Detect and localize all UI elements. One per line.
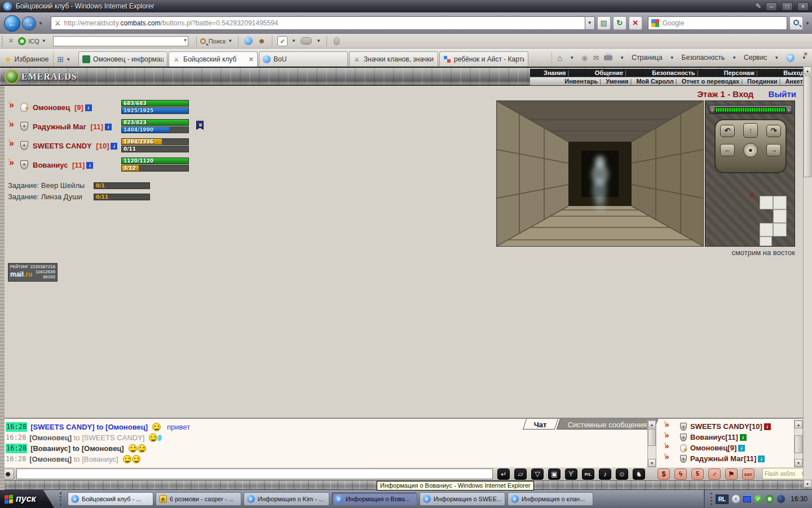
favorites-button[interactable]: ★ Избранное [0, 52, 53, 67]
browser-tab[interactable]: ребёнок и Айст - Карти... ✕ [439, 51, 528, 66]
sound[interactable]: ♪ [599, 468, 611, 480]
refresh-button[interactable]: ↻ [613, 16, 626, 30]
user-info-icon[interactable]: i [740, 434, 747, 441]
toolbar-grip[interactable] [2, 36, 4, 46]
taskbar-button[interactable]: e Информация о Kim - ... [244, 492, 329, 506]
chess-knight[interactable]: ♞ [633, 468, 645, 480]
game-nav-link[interactable]: Персонаж [724, 69, 758, 76]
chat-tab[interactable]: Чат [523, 419, 558, 430]
attack-icon[interactable] [664, 455, 672, 462]
clan-flag[interactable]: ⚑ [725, 468, 738, 480]
icq-label[interactable]: ICQ [28, 38, 39, 45]
tray-orb-icon[interactable] [777, 495, 785, 503]
home-icon[interactable]: ⌂ [557, 53, 562, 63]
user-name[interactable]: SWEETS CANDY [690, 422, 749, 431]
quick-tabs-button[interactable]: ⊞ ▼ [53, 52, 76, 67]
mouse-icon[interactable] [334, 37, 339, 45]
check-page-icon[interactable]: ✓ [277, 36, 288, 46]
exit-link[interactable]: Выйти [769, 89, 796, 99]
check-dropdown[interactable]: ▼ [289, 38, 298, 43]
deposit-5[interactable]: 5 [691, 468, 704, 480]
userlist-scroll-down[interactable]: ▼ [795, 459, 802, 467]
user-info-icon[interactable]: i [764, 423, 771, 430]
maximize-button[interactable]: □ [782, 2, 793, 11]
chat-scrollbar[interactable]: ▲ ▼ [647, 420, 656, 467]
player-info-icon[interactable]: i [86, 162, 93, 169]
icq-dropdown[interactable]: ▼ [39, 38, 48, 43]
turn-right-button[interactable]: ↷ [766, 125, 781, 137]
user-name[interactable]: Вованиус [690, 433, 725, 441]
browser-tab[interactable]: Омоновец - информация ... ✕ [78, 51, 167, 66]
taskbar-button[interactable]: e 6 розмови - casper - ... [156, 492, 241, 506]
print-icon[interactable] [604, 55, 612, 60]
close-button[interactable]: × [797, 2, 809, 11]
browser-tab[interactable]: Значки кланов, значки ... ✕ [349, 51, 438, 66]
page-scroll-down[interactable]: ▼ [804, 480, 811, 488]
icq-search-combo[interactable] [53, 36, 188, 46]
game-nav-link[interactable]: Выход [783, 69, 804, 76]
game-subnav-link[interactable]: Отчет о переводах [682, 78, 743, 85]
chat-tab[interactable]: Системные сообщения [557, 419, 658, 430]
start-button[interactable]: пуск [0, 490, 54, 508]
userlist-scroll-up[interactable]: ▲ [795, 421, 802, 428]
message-addressing[interactable]: [Омоновец] to [SWEETS CANDY] [29, 433, 144, 443]
safety-menu[interactable]: Безопасность [682, 54, 725, 62]
strafe-left-button[interactable]: ← [720, 144, 735, 156]
chat-scroll-thumb[interactable] [648, 429, 656, 446]
attack-icon[interactable] [8, 142, 17, 150]
smileys[interactable]: ☺ [616, 468, 628, 480]
address-bar[interactable]: ⚔ http://emeraldscity.combats.com/button… [51, 16, 585, 30]
message-addressing[interactable]: [Вованиус] to [Омоновец] [30, 444, 124, 453]
attack-icon[interactable] [8, 103, 17, 111]
user-info-icon[interactable]: i [738, 445, 745, 452]
exit-door[interactable]: EXIT [742, 468, 754, 480]
toolbar-close-icon[interactable]: ✕ [8, 37, 14, 45]
save-log[interactable]: ▣ [548, 468, 561, 480]
taskbar-button[interactable]: e Информация о Вова... [332, 492, 417, 506]
tab-close-icon[interactable]: ✕ [249, 56, 254, 63]
browser-tab[interactable]: BoU ✕ [259, 51, 348, 66]
page-menu[interactable]: Страница [632, 54, 662, 62]
game-subnav-link[interactable]: Умения [606, 78, 632, 85]
game-nav-link[interactable]: Безопасность [652, 69, 698, 76]
clear-chat[interactable]: ▱ [514, 468, 527, 480]
taskbar-button[interactable]: e Информация о клан... [508, 492, 593, 506]
user-name[interactable]: Омоновец [690, 444, 727, 452]
games-icon[interactable] [301, 37, 312, 45]
search-dropdown[interactable]: ▼ [803, 21, 812, 26]
forward-button[interactable]: → [22, 16, 36, 30]
private-level[interactable]: P/L [582, 468, 594, 480]
game-subnav-link[interactable]: Инвентарь [564, 78, 601, 85]
userlist-scrollbar[interactable]: ▲ ▼ [794, 420, 803, 467]
game-subnav-link[interactable]: Мой Скролл [636, 78, 677, 85]
stop-button[interactable]: ✕ [629, 16, 642, 30]
player-name[interactable]: Радужный Маг [11]i [33, 122, 112, 131]
search-box[interactable]: Google [648, 16, 788, 30]
back-button[interactable]: ← [4, 15, 20, 32]
attack-icon[interactable] [8, 161, 17, 169]
actions[interactable]: ϒ [565, 468, 577, 480]
attack-icon[interactable] [8, 122, 17, 130]
tray-chevron-icon[interactable]: ‹ [732, 495, 740, 503]
network-icon[interactable] [743, 496, 751, 502]
compatibility-button[interactable]: ▨ [597, 16, 611, 30]
user-info-icon[interactable]: i [758, 456, 765, 462]
filter[interactable]: ▽ [531, 468, 544, 480]
page-scroll-up[interactable]: ▲ [804, 67, 811, 75]
center-knob[interactable]: ● [743, 143, 758, 157]
tools-menu[interactable]: Сервис [744, 54, 767, 62]
attack-icon[interactable] [664, 433, 672, 441]
userlist-scroll-thumb[interactable] [795, 435, 802, 453]
minimize-button[interactable]: – [766, 2, 777, 11]
player-name[interactable]: SWEETS CANDY [10]i [33, 142, 117, 150]
icq-tray-icon[interactable] [766, 495, 774, 503]
contact-icon[interactable]: ☻ [257, 36, 267, 46]
player-name[interactable]: Вованиус [11]i [33, 161, 93, 169]
attack-icon[interactable] [664, 423, 672, 430]
chat-scroll-down[interactable]: ▼ [648, 459, 656, 467]
strafe-right-button[interactable]: → [766, 144, 781, 156]
browser-tab[interactable]: Бойцовский клуб ✕ [169, 51, 258, 67]
player-info-icon[interactable]: i [105, 124, 112, 130]
game-subnav-link[interactable]: Поединки [747, 78, 780, 85]
mail-icon[interactable]: ✉ [593, 54, 599, 62]
